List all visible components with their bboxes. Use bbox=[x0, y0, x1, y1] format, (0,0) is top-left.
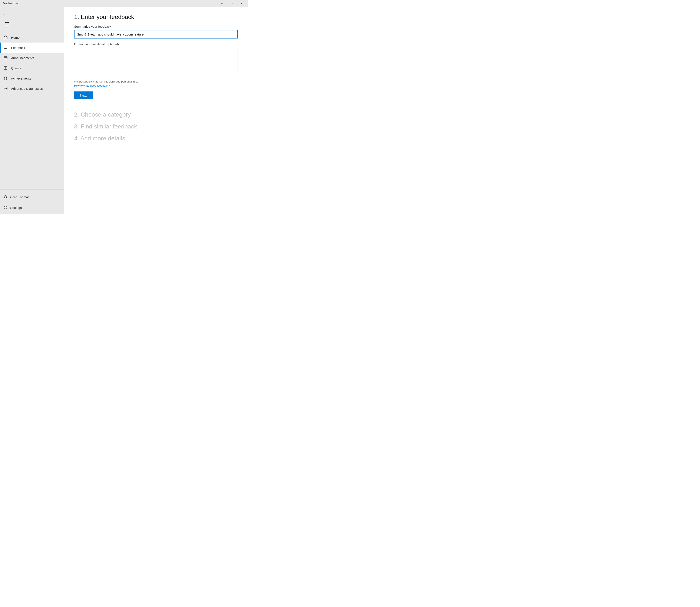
privacy-link[interactable]: How to write good feedback? bbox=[74, 84, 238, 87]
svg-point-2 bbox=[4, 77, 6, 79]
nav-menu: Home Feedback bbox=[0, 30, 64, 189]
hamburger-icon bbox=[5, 22, 9, 25]
sidebar-item-home-label: Home bbox=[11, 36, 20, 39]
close-button[interactable]: ✕ bbox=[237, 0, 246, 7]
quests-icon bbox=[3, 66, 8, 70]
sidebar-item-achievements-label: Achievements bbox=[11, 77, 31, 80]
maximize-button[interactable]: □ bbox=[227, 0, 237, 7]
settings-button[interactable]: Settings bbox=[0, 203, 64, 213]
next-button[interactable]: Next bbox=[74, 91, 93, 99]
sidebar-item-announcements-label: Announcements bbox=[11, 56, 34, 60]
settings-label: Settings bbox=[10, 206, 22, 209]
title-bar-title: Feedback Hub bbox=[3, 2, 19, 5]
privacy-note: Will post publicly as Cora T. Don't add … bbox=[74, 80, 238, 83]
sidebar-item-quests[interactable]: Quests bbox=[0, 63, 64, 73]
achievements-icon bbox=[3, 76, 8, 80]
sidebar-item-home[interactable]: Home bbox=[0, 32, 64, 43]
home-icon bbox=[3, 35, 8, 40]
svg-rect-3 bbox=[4, 87, 7, 90]
sidebar-item-achievements[interactable]: Achievements bbox=[0, 73, 64, 83]
summarize-label: Summarize your feedback bbox=[74, 25, 238, 28]
app-body: ← Home bbox=[0, 7, 248, 214]
minimize-button[interactable]: − bbox=[217, 0, 227, 7]
sidebar-item-quests-label: Quests bbox=[11, 66, 21, 70]
step2-title: 2. Choose a category bbox=[74, 111, 238, 118]
title-bar-left: Feedback Hub bbox=[3, 2, 19, 5]
sidebar-item-feedback-label: Feedback bbox=[11, 46, 25, 49]
svg-point-4 bbox=[5, 195, 6, 197]
diagnostics-icon bbox=[3, 86, 8, 90]
hamburger-button[interactable] bbox=[2, 20, 12, 28]
user-avatar-icon bbox=[3, 195, 8, 199]
announcements-icon bbox=[3, 56, 8, 60]
detail-label: Explain in more detail (optional) bbox=[74, 42, 238, 46]
user-name-label: Cora Thomas bbox=[10, 195, 29, 199]
sidebar-item-advanced-diagnostics-label: Advanced Diagnostics bbox=[11, 87, 43, 90]
sidebar-bottom: Cora Thomas Settings bbox=[0, 189, 64, 214]
step4-title: 4. Add more details bbox=[74, 135, 238, 142]
step3-title: 3. Find similar feedback bbox=[74, 123, 238, 130]
svg-rect-0 bbox=[4, 57, 7, 59]
sidebar-item-feedback[interactable]: Feedback bbox=[0, 43, 64, 53]
svg-point-5 bbox=[5, 207, 6, 208]
detail-area bbox=[74, 48, 238, 77]
summarize-input[interactable] bbox=[74, 30, 238, 39]
title-bar-controls: − □ ✕ bbox=[217, 0, 246, 7]
user-button[interactable]: Cora Thomas bbox=[0, 191, 64, 203]
sidebar: ← Home bbox=[0, 7, 64, 214]
step1-title: 1. Enter your feedback bbox=[74, 14, 238, 20]
sidebar-item-advanced-diagnostics[interactable]: Advanced Diagnostics bbox=[0, 83, 64, 93]
detail-textarea[interactable] bbox=[74, 48, 238, 73]
back-icon: ← bbox=[3, 12, 7, 16]
sidebar-top: ← bbox=[0, 7, 64, 30]
settings-icon bbox=[3, 206, 8, 210]
feedback-icon bbox=[3, 45, 8, 50]
title-bar: Feedback Hub − □ ✕ bbox=[0, 0, 248, 7]
back-button[interactable]: ← bbox=[0, 9, 64, 19]
main-content: 1. Enter your feedback Summarize your fe… bbox=[64, 7, 248, 214]
sidebar-item-announcements[interactable]: Announcements bbox=[0, 53, 64, 63]
